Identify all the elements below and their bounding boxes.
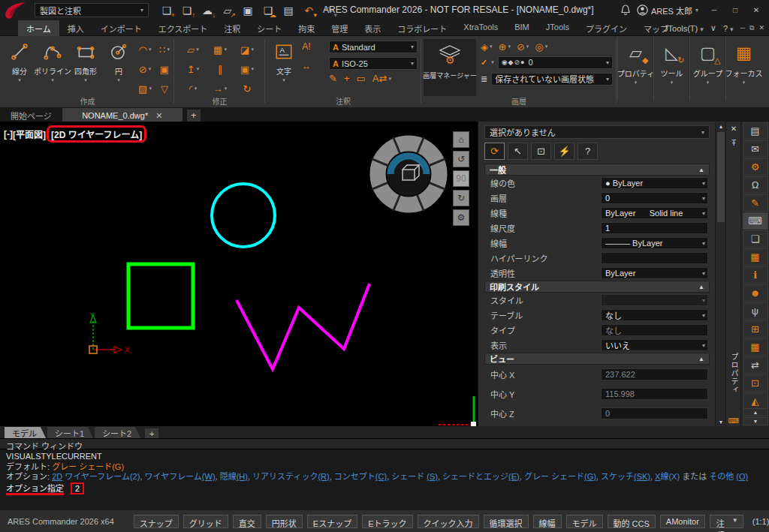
qat-button[interactable]: ❏ ☁ [259, 2, 277, 19]
jtools-menu[interactable]: JTools(T) ▾ [664, 24, 704, 33]
status-toggle-button[interactable]: AMonitor [660, 515, 705, 528]
section-header-view[interactable]: ビュー ▲ [484, 353, 710, 365]
status-toggle-button[interactable]: 線幅 [533, 515, 562, 528]
modify-tool-icon[interactable]: ◪ ▾ [234, 40, 261, 59]
ribbon-tab[interactable]: 管理 [323, 20, 356, 36]
nav-button[interactable]: ↻ [453, 190, 469, 206]
command-window-header[interactable]: コマンド ウィンドウ [0, 439, 769, 449]
collapse-icon[interactable]: ▲ [698, 356, 704, 362]
status-toggle-button[interactable]: 循環選択 [484, 515, 529, 528]
property-field[interactable]: 0▾ [601, 192, 708, 204]
scroll-up-icon[interactable]: ▲ [716, 122, 726, 131]
status-toggle-button[interactable]: スナップ [134, 515, 179, 528]
command-option-link[interactable]: 隠線(H), [220, 472, 252, 481]
status-toggle-button[interactable]: Eトラック [362, 515, 412, 528]
ribbon-tab[interactable]: BIM [506, 20, 538, 36]
workspace-select[interactable]: 製図と注釈 ▾ [35, 3, 149, 17]
status-toggle-button[interactable]: グリッド [183, 515, 228, 528]
modify-tool-icon[interactable]: ▦ ▾ [207, 40, 234, 59]
qat-button[interactable]: ▣ [239, 2, 257, 19]
modify-tool-icon[interactable]: ▣ ▾ [234, 59, 261, 79]
modify-tool-icon[interactable]: ↥ ▾ [179, 59, 207, 79]
palette-icon[interactable]: ℹ [743, 266, 768, 284]
text-style-select[interactable]: A Standard ▾ [329, 41, 418, 53]
layer-states-icon[interactable]: ≣ [481, 74, 487, 84]
create-tool-icon[interactable]: ◠ ▾ [135, 40, 155, 59]
ribbon-tab[interactable]: プラグイン [578, 20, 635, 36]
navigation-wheel[interactable] [369, 135, 448, 213]
ribbon-tab[interactable]: インポート [92, 20, 150, 36]
palette-icon[interactable]: ▦ [743, 248, 768, 266]
status-toggle-button[interactable]: モデル [566, 515, 603, 528]
collapse-icon[interactable]: ▲ [698, 167, 704, 173]
scroll-down-icon[interactable]: ▼ [716, 417, 726, 426]
minimize-button[interactable]: ─ [704, 3, 724, 18]
document-tab[interactable]: NONAME_0.dwg* ✕ [62, 108, 182, 122]
palette-icon[interactable]: ⊡ [743, 374, 768, 392]
qat-button[interactable]: ▱ ↗ [219, 2, 237, 19]
collapse-icon[interactable]: ▲ [698, 284, 704, 290]
property-field[interactable]: ▾ [601, 294, 708, 306]
close-button[interactable]: ✕ [746, 3, 766, 18]
command-option-link[interactable]: スケッチ(SK), [601, 472, 655, 481]
annotation-tool-icon[interactable]: ▭ [357, 74, 366, 83]
selection-select[interactable]: 選択がありません ▾ [484, 125, 710, 139]
properties-scrollbar[interactable]: ▲ ▼ [715, 122, 725, 426]
status-toggle-button[interactable]: 動的 CCS [608, 515, 656, 528]
annotation-tool-icon[interactable]: A⇄ ▾ [372, 74, 391, 83]
nav-button[interactable]: ⌂ [453, 131, 469, 148]
qat-button[interactable]: ❏ ↑ [178, 2, 196, 19]
annotation-tool-icon[interactable]: ↔ [302, 62, 311, 71]
command-window[interactable]: コマンド ウィンドウ VISUALSTYLECURRENT デフォルト: グレー… [0, 438, 769, 509]
status-toggle-button[interactable]: 直交 [233, 515, 261, 528]
palette-scroll-up-icon[interactable]: ▲ [743, 408, 768, 416]
property-field[interactable]: ▾ [601, 252, 708, 264]
command-option-link[interactable]: 2D ワイヤーフレーム(2), [52, 472, 144, 481]
circle-tool-button[interactable]: 円 ▾ [102, 39, 135, 96]
ribbon-tab[interactable]: JTools [538, 20, 578, 36]
visual-style-label[interactable]: [2D ワイヤーフレーム] [47, 125, 146, 143]
ribbon-tool-button[interactable]: ▢ △ グループ ▾ [689, 36, 725, 101]
property-field[interactable]: なし▾ [601, 324, 708, 336]
ribbon-tab[interactable]: 表示 [356, 20, 389, 36]
ribbon-tab[interactable]: コラボレート [389, 20, 455, 36]
drawing-canvas[interactable]: [-][平面図][2D ワイヤーフレーム] Y X [0, 122, 478, 426]
panel-bottom-icon[interactable]: ⌨ [726, 416, 741, 425]
command-option-link[interactable]: ワイヤフレーム(W), [145, 472, 220, 481]
new-document-tab-button[interactable]: + [187, 110, 201, 122]
layer-manager-button[interactable]: ⚙ 画層マネージャー [424, 39, 476, 96]
doc-close-button[interactable]: ✕ [758, 24, 764, 32]
rectangle-tool-button[interactable]: 四角形 ▾ [69, 39, 102, 96]
dimension-style-select[interactable]: A ISO-25 ▾ [329, 57, 418, 70]
close-icon[interactable]: ✕ [155, 111, 162, 121]
property-field[interactable]: ● ByLayer▾ [601, 177, 708, 189]
ribbon-tool-button[interactable]: ▱ ◆ プロパティ ▾ [617, 36, 653, 101]
create-tool-icon[interactable]: ⊘ ▾ [135, 59, 155, 79]
command-input-value[interactable]: 2 [71, 482, 84, 494]
layer-select[interactable]: ◉◆⊘● 0 ▾ [498, 56, 613, 69]
status-toggle-button[interactable]: Eスナップ [307, 515, 357, 528]
selection-tool-button[interactable]: ? [578, 143, 598, 160]
command-prompt-line[interactable]: オプション指定 2 [6, 482, 763, 494]
palette-icon[interactable]: ☻ [743, 284, 768, 302]
selection-tool-button[interactable]: ⟳ [484, 143, 505, 160]
property-field[interactable]: ——— ByLayer▾ [601, 237, 708, 249]
selection-tool-button[interactable]: ↖ [508, 143, 528, 160]
qat-button[interactable]: ↶ ▾ [300, 2, 318, 19]
palette-icon[interactable]: ✉ [743, 140, 768, 158]
text-tool-button[interactable]: A 文字 ▾ [267, 39, 300, 96]
ribbon-tab[interactable]: 挿入 [59, 20, 92, 36]
create-tool-icon[interactable]: ▣ [155, 59, 174, 79]
layer-tool-icon[interactable]: ⊕ ▾ [499, 42, 511, 52]
layer-check-icon[interactable]: ✓ [481, 58, 487, 68]
selection-tool-button[interactable]: ⚡ [554, 143, 574, 160]
scrollbar-thumb[interactable] [717, 132, 725, 222]
palette-icon[interactable]: ⊞ [743, 320, 768, 338]
doc-restore-button[interactable]: ⧉ [749, 24, 754, 32]
property-field[interactable]: いいえ▾ [601, 339, 708, 351]
qat-button[interactable]: ❏ + [158, 2, 176, 19]
ribbon-collapse-button[interactable]: ∨ [710, 23, 716, 33]
status-toggle-button[interactable]: 円形状 [266, 515, 303, 528]
status-toggle-button[interactable]: クイック入力 [418, 515, 479, 528]
property-field[interactable]: 115.998▾ [601, 388, 708, 400]
